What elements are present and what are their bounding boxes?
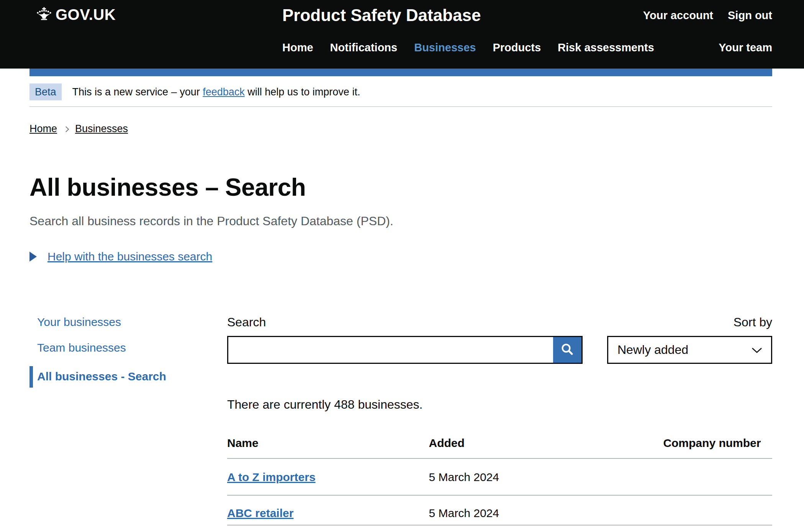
- business-link[interactable]: A to Z importers: [227, 471, 316, 483]
- header-accent-bar: [29, 69, 772, 76]
- gov-header: GOV.UK Product Safety Database Your acco…: [0, 0, 804, 69]
- search-input[interactable]: [228, 337, 553, 363]
- breadcrumb: Home Businesses: [29, 123, 772, 135]
- beta-tag: Beta: [29, 83, 62, 100]
- search-label: Search: [227, 315, 266, 329]
- column-header-company-number: Company number: [663, 436, 772, 458]
- account-nav: Your account Sign out: [643, 5, 772, 22]
- phase-text-before: This is a new service – your: [72, 86, 203, 98]
- table-row: A to Z importers 5 March 2024: [227, 458, 772, 495]
- businesses-table: Name Added Company number A to Z importe…: [227, 436, 772, 525]
- sidebar-item-label: Your businesses: [37, 316, 121, 328]
- table-row: ABC retailer 5 March 2024: [227, 495, 772, 525]
- sidebar-item-label: All businesses - Search: [37, 370, 166, 383]
- magnifier-icon: [560, 342, 574, 357]
- company-number-cell: [663, 458, 772, 495]
- logo-text: GOV.UK: [56, 6, 116, 23]
- business-link[interactable]: ABC retailer: [227, 507, 293, 519]
- search-input-group: [227, 336, 583, 364]
- nav-notifications[interactable]: Notifications: [330, 41, 398, 54]
- added-date: 5 March 2024: [429, 495, 663, 525]
- page-lede: Search all business records in the Produ…: [29, 213, 772, 229]
- page-title: All businesses – Search: [29, 173, 772, 201]
- nav-your-team[interactable]: Your team: [719, 41, 772, 54]
- sign-out-link[interactable]: Sign out: [728, 9, 772, 22]
- column-header-name: Name: [227, 436, 429, 458]
- phase-banner-text: This is a new service – your feedback wi…: [72, 86, 360, 98]
- sub-navigation: Your businesses Team businesses All busi…: [29, 315, 227, 388]
- breadcrumb-home[interactable]: Home: [29, 123, 57, 135]
- primary-nav: Home Notifications Businesses Products R…: [282, 41, 772, 54]
- sidebar-item-your-businesses[interactable]: Your businesses: [29, 315, 227, 329]
- nav-risk-assessments[interactable]: Risk assessments: [558, 41, 654, 54]
- company-number-cell: [663, 495, 772, 525]
- sort-select[interactable]: Newly added: [607, 336, 772, 364]
- search-button[interactable]: [553, 337, 581, 363]
- sort-by-label: Sort by: [734, 315, 772, 329]
- help-details-label: Help with the businesses search: [47, 250, 212, 263]
- help-details-toggle[interactable]: Help with the businesses search: [29, 250, 772, 263]
- results-count: There are currently 488 businesses.: [227, 396, 772, 413]
- main-content: Search Sort by Ne: [227, 315, 772, 525]
- nav-products[interactable]: Products: [493, 41, 541, 54]
- sidebar-item-team-businesses[interactable]: Team businesses: [29, 340, 227, 355]
- sidebar-item-label: Team businesses: [37, 341, 126, 354]
- nav-businesses[interactable]: Businesses: [414, 41, 476, 54]
- your-account-link[interactable]: Your account: [643, 9, 713, 22]
- added-date: 5 March 2024: [429, 458, 663, 495]
- nav-home[interactable]: Home: [282, 41, 313, 54]
- govuk-logo[interactable]: GOV.UK: [29, 0, 282, 23]
- breadcrumb-businesses[interactable]: Businesses: [75, 123, 128, 135]
- sidebar-item-all-businesses-search[interactable]: All businesses - Search: [29, 366, 227, 388]
- phase-banner: Beta This is a new service – your feedba…: [29, 76, 772, 107]
- details-arrow-icon: [29, 252, 37, 262]
- chevron-down-icon: [751, 343, 763, 357]
- feedback-link[interactable]: feedback: [203, 86, 245, 98]
- crown-icon: [36, 7, 52, 23]
- sort-select-value: Newly added: [617, 343, 688, 357]
- service-name[interactable]: Product Safety Database: [282, 5, 481, 25]
- chevron-right-icon: [63, 126, 69, 133]
- phase-text-after: will help us to improve it.: [245, 86, 360, 98]
- column-header-added: Added: [429, 436, 663, 458]
